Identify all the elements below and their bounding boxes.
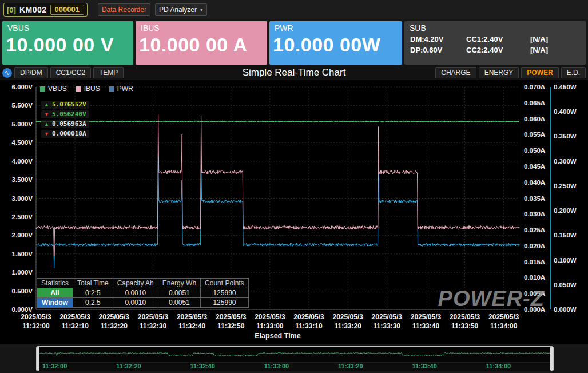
x-axis-title: Elapsed Time: [36, 332, 519, 340]
tab-charge[interactable]: CHARGE: [435, 67, 476, 78]
caret-down-icon: ▾: [200, 7, 203, 13]
stats-row-all: All 0:2:5 0.0010 0.0051 125990: [37, 288, 249, 298]
nav-handle-right[interactable]: [550, 347, 553, 371]
tab-power[interactable]: POWER: [521, 67, 558, 78]
nav-time-label: 11:32:40: [190, 363, 215, 370]
svg-text:0.030A: 0.030A: [524, 211, 545, 217]
nav-time-label: 11:33:20: [338, 363, 363, 370]
timeline-navigator[interactable]: 11:32:0011:32:2011:32:4011:33:0011:33:20…: [36, 346, 554, 371]
svg-text:0.400W: 0.400W: [554, 108, 577, 115]
tab-ed[interactable]: E.D.: [561, 67, 586, 78]
svg-text:0.000A: 0.000A: [524, 306, 545, 313]
svg-text:11:32:10: 11:32:10: [61, 322, 89, 330]
vbus-swatch-icon: [40, 86, 45, 92]
svg-text:5.500V: 5.500V: [12, 102, 33, 109]
svg-text:2025/05/3: 2025/05/3: [177, 313, 208, 321]
svg-text:0.045A: 0.045A: [524, 163, 545, 170]
tab-dp-dm[interactable]: DP/DM: [14, 67, 48, 78]
svg-text:11:32:40: 11:32:40: [178, 322, 206, 330]
tab-energy[interactable]: ENERGY: [479, 67, 519, 78]
ibus-card: IBUS 10.000 00 A: [136, 21, 267, 65]
svg-text:0.000W: 0.000W: [554, 306, 577, 313]
sub-cc2-value: CC2:2.40V: [466, 46, 530, 54]
tab-temp[interactable]: TEMP: [93, 67, 124, 78]
svg-text:6.000V: 6.000V: [12, 84, 33, 90]
legend-item-ibus[interactable]: IBUS: [76, 85, 100, 93]
nav-handle-left[interactable]: [37, 347, 39, 371]
legend-item-vbus[interactable]: VBUS: [40, 85, 67, 93]
tab-cc1-cc2[interactable]: CC1/CC2: [50, 67, 91, 78]
vbus-max-value: 5.076552V: [52, 101, 86, 109]
ibus-swatch-icon: [76, 86, 81, 92]
stats-cell: 125990: [201, 288, 249, 298]
svg-text:0.040A: 0.040A: [524, 179, 545, 186]
stats-header: Energy Wh: [158, 279, 200, 288]
legend-vbus-label: VBUS: [48, 85, 67, 93]
nav-time-label: 11:33:40: [412, 363, 436, 370]
svg-text:4.000V: 4.000V: [12, 158, 33, 165]
stats-row-window: Window 0:2:5 0.0010 0.0051 125990: [37, 298, 249, 308]
vbus-max-readout: ▲ 5.076552V: [41, 101, 89, 109]
ibus-max-value: 0.056963A: [52, 120, 86, 128]
svg-text:1.500V: 1.500V: [12, 251, 33, 257]
arrow-up-icon: ▲: [44, 101, 49, 109]
stats-cell: 0.0051: [158, 298, 200, 308]
navigator-wave: [37, 347, 553, 362]
vbus-card-value: 10.000 00 V: [2, 33, 133, 56]
svg-text:2025/05/3: 2025/05/3: [21, 313, 51, 321]
svg-text:2025/05/3: 2025/05/3: [488, 313, 519, 321]
svg-text:0.060A: 0.060A: [524, 116, 545, 122]
waveform-icon[interactable]: ∿: [2, 68, 12, 78]
legend-item-pwr[interactable]: PWR: [109, 85, 133, 93]
stats-header: Statistics: [37, 279, 73, 288]
stats-header: Capacity Ah: [113, 279, 158, 288]
right-tab-group: CHARGE ENERGY POWER E.D.: [435, 67, 586, 78]
stats-row-label: All: [37, 288, 73, 298]
vbus-min-value: 5.056240V: [52, 110, 86, 118]
svg-text:11:33:00: 11:33:00: [256, 322, 284, 330]
svg-text:11:33:10: 11:33:10: [295, 322, 323, 330]
svg-text:0.065A: 0.065A: [524, 100, 545, 106]
svg-text:11:33:30: 11:33:30: [374, 322, 401, 330]
sub-na2-value: [N/A]: [530, 46, 580, 54]
data-recorder-button[interactable]: Data Recorder: [98, 3, 150, 16]
topbar: [0] KM002 000001 Data Recorder PD Analyz…: [0, 0, 588, 19]
svg-text:0.070A: 0.070A: [524, 84, 545, 90]
stats-cell: 0:2:5: [73, 298, 113, 308]
stat-readouts: ▲ 5.076552V ▼ 5.056240V ▲ 0.056963A ▼ 0.…: [41, 101, 89, 138]
svg-text:5.000V: 5.000V: [12, 121, 33, 128]
pd-analyzer-dropdown[interactable]: PD Analyzer ▾: [155, 3, 207, 16]
svg-text:2.500V: 2.500V: [12, 213, 33, 220]
pwr-swatch-icon: [109, 86, 114, 92]
svg-text:0.250W: 0.250W: [554, 182, 577, 189]
svg-text:11:34:00: 11:34:00: [490, 322, 518, 330]
svg-text:0.010A: 0.010A: [524, 274, 545, 281]
svg-text:2025/05/3: 2025/05/3: [138, 313, 169, 321]
sub-dp-value: DP:0.60V: [410, 46, 466, 54]
nav-time-label: 11:34:00: [486, 363, 511, 370]
ibus-min-value: 0.000018A: [52, 130, 86, 138]
stats-cell: 0.0051: [158, 288, 200, 298]
device-selector[interactable]: [0] KM002 000001: [3, 3, 88, 17]
svg-text:3.500V: 3.500V: [12, 176, 33, 183]
device-model: KM002: [19, 5, 47, 14]
svg-text:2025/05/3: 2025/05/3: [59, 313, 90, 321]
svg-text:2025/05/3: 2025/05/3: [372, 313, 403, 321]
vbus-card-label: VBUS: [2, 21, 133, 33]
arrow-down-icon: ▼: [44, 110, 49, 118]
svg-text:0.500V: 0.500V: [12, 288, 33, 295]
pd-analyzer-label: PD Analyzer: [159, 6, 197, 14]
arrow-down-icon: ▼: [44, 130, 49, 138]
sub-card-label: SUB: [404, 21, 586, 33]
svg-text:2025/05/3: 2025/05/3: [255, 313, 285, 321]
svg-text:11:33:40: 11:33:40: [412, 322, 440, 330]
svg-text:2025/05/3: 2025/05/3: [411, 313, 442, 321]
sub-values: DM:4.20V CC1:2.40V [N/A] DP:0.60V CC2:2.…: [404, 33, 586, 54]
stats-row-label: Window: [37, 298, 73, 308]
ibus-card-label: IBUS: [136, 21, 267, 33]
stats-cell: 125990: [201, 298, 249, 308]
svg-text:0.150W: 0.150W: [554, 232, 577, 239]
svg-text:0.000V: 0.000V: [12, 306, 33, 313]
sub-dm-value: DM:4.20V: [410, 35, 466, 43]
sub-cc1-value: CC1:2.40V: [466, 35, 530, 43]
